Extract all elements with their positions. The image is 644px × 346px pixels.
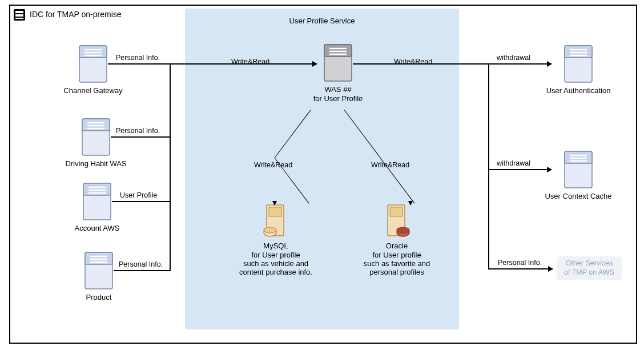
svg-rect-1 (15, 11, 23, 13)
label-other-1: Other Services (564, 259, 614, 268)
flow-withdrawal: withdrawal (497, 159, 530, 167)
document-icon (541, 45, 615, 83)
panel-title: User Profile Service (185, 17, 459, 25)
label-channel-gateway: Channel Gateway (59, 86, 127, 95)
connector (114, 270, 171, 271)
flow-user-profile: User Profile (120, 191, 157, 199)
database-icon (227, 204, 324, 238)
node-channel-gateway: Channel Gateway (59, 45, 127, 95)
connector (108, 63, 171, 65)
label-mysql-4: content purchase info. (227, 268, 324, 276)
flow-write-read: Write&Read (371, 161, 409, 169)
flow-withdrawal: withdrawal (497, 54, 530, 62)
flow-personal-info: Personal Info. (116, 54, 160, 62)
label-driving-habit: Driving Habit WAS (59, 159, 133, 168)
flow-write-read: Write&Read (394, 58, 432, 66)
label-mysql-2: for User profile (227, 251, 324, 259)
flow-write-read: Write&Read (231, 58, 269, 66)
label-was-1: WAS ## (304, 85, 372, 94)
node-was: WAS ## for User Profile (304, 44, 372, 103)
node-account-aws: Account AWS (69, 183, 126, 233)
flow-personal-info: Personal Info. (119, 260, 163, 268)
node-oracle: Oracle for User profile such as favorite… (348, 204, 445, 276)
flow-personal-info: Personal Info. (116, 127, 160, 135)
node-product: Product (76, 252, 122, 302)
connector (111, 136, 171, 138)
flow-personal-info: Personal Info. (498, 259, 542, 267)
connector (488, 63, 489, 269)
arrow (488, 169, 552, 170)
label-other-2: of TMP on AWS (564, 268, 614, 277)
label-user-auth: User Authentication (541, 86, 615, 95)
node-mysql: MySQL for User profile such as vehicle a… (227, 204, 324, 276)
node-driving-habit: Driving Habit WAS (59, 118, 133, 168)
server-rack-icon (13, 9, 26, 23)
label-oracle-3: such as favorite and (348, 259, 445, 268)
arrow (353, 63, 552, 65)
label-user-ctx: User Context Cache (541, 192, 615, 201)
arrowhead-icon (408, 201, 413, 206)
connector (170, 63, 171, 271)
document-icon (541, 151, 615, 188)
label-account-aws: Account AWS (69, 224, 126, 233)
label-mysql-3: such as vehicle and (227, 259, 324, 268)
node-other-services: Other Services of TMP on AWS (557, 256, 622, 280)
label-was-2: for User Profile (304, 94, 372, 103)
connector (112, 201, 171, 202)
label-product: Product (76, 293, 122, 302)
arrow (488, 268, 553, 269)
container-title: IDC for TMAP on-premise (30, 10, 122, 19)
database-icon (348, 204, 445, 238)
label-oracle-2: for User profile (348, 251, 445, 259)
flow-write-read: Write&Read (254, 161, 292, 169)
node-user-ctx: User Context Cache (541, 151, 615, 201)
arrowhead-icon (272, 201, 277, 206)
svg-rect-2 (15, 14, 23, 17)
label-oracle-1: Oracle (348, 242, 445, 251)
node-user-auth: User Authentication (541, 45, 615, 95)
svg-rect-3 (15, 18, 23, 19)
label-mysql-1: MySQL (227, 242, 324, 251)
label-oracle-4: personal profiles (348, 268, 445, 276)
